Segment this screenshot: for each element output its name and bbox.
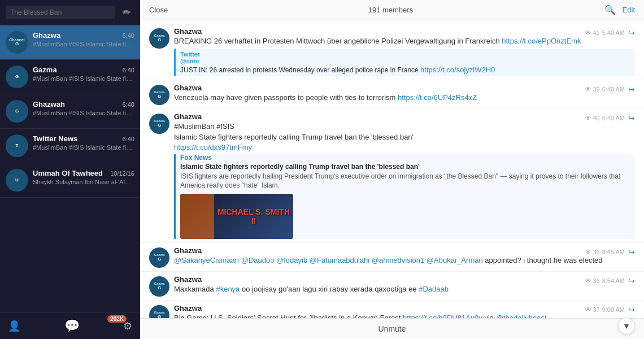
sidebar-header: ✏ <box>0 0 140 25</box>
msg-content: Ghazwa Maxkamada #kenya oo joojisay go'a… <box>174 275 635 294</box>
message-divider <box>140 242 644 243</box>
chat-time: 6:40 <box>123 67 134 73</box>
msg-content: Ghazwa #MuslimBan #ISISIslamic State fig… <box>174 112 635 239</box>
msg-avatar: Gazwa G <box>149 305 169 318</box>
chat-preview: #MuslimBan #ISIS Islamic State fighters … <box>33 144 134 151</box>
sidebar-bottom-bar: 👤 💬 202K ⚙ <box>0 312 140 339</box>
unmute-button[interactable]: Unmute <box>378 324 406 333</box>
msg-meta: 👁 37 9:00 AM ↪ <box>585 305 635 314</box>
eye-icon: 👁 <box>585 85 591 93</box>
chat-preview: #MuslimBan #ISIS Islamic State fighters … <box>33 110 134 116</box>
members-count: 191 members <box>177 6 604 14</box>
avatar-label: T <box>16 144 19 149</box>
forward-icon[interactable]: ↪ <box>628 276 635 285</box>
message-row: Gazwa G Ghazwa @SakariyeCismaan @Daudoo … <box>140 244 644 270</box>
fox-body: ISIS fighters are reportedly hailing Pre… <box>180 172 635 191</box>
chat-item-ghazwah[interactable]: G Ghazwah 6:40 #MuslimBan #ISIS Islamic … <box>0 94 140 129</box>
chat-info: Ghazwa 6:40 #MuslimBan #ISIS Islamic Sta… <box>33 31 134 47</box>
avatar-label: G <box>15 75 19 80</box>
fox-source: Fox News <box>180 154 635 162</box>
msg-time: 9:00 AM <box>602 306 625 313</box>
msg-text: Maxkamada #kenya oo joojisay go'aan lagu… <box>174 284 635 294</box>
msg-meta: 👁 41 5:40 AM ↪ <box>585 28 635 37</box>
msg-sender: Ghazwa <box>174 246 202 255</box>
message-row: Gazwa G Ghazwa Maxkamada #kenya oo jooji… <box>140 273 644 299</box>
forward-icon[interactable]: ↪ <box>628 305 635 314</box>
msg-link[interactable]: https://t.co/dxs97tmFmy <box>174 143 252 151</box>
search-icon[interactable]: 🔍 <box>604 5 616 15</box>
chat-info: Gazma 6:40 #MuslimBan #ISIS Islamic Stat… <box>33 66 134 82</box>
forward-icon[interactable]: ↪ <box>628 85 635 94</box>
eye-icon: 👁 <box>585 29 591 37</box>
chat-item-ghazwa1[interactable]: Channel G Ghazwa 6:40 #MuslimBan #ISIS I… <box>0 25 140 60</box>
msg-meta: 👁 36 8:54 AM ↪ <box>585 276 635 285</box>
avatar-label: G <box>15 109 19 114</box>
msg-avatar: Gazwa G <box>149 247 169 268</box>
msg-views: 👁 37 <box>585 306 599 314</box>
msg-content: Ghazwa Big Game: U.S. Soldiers' Secret H… <box>174 304 635 318</box>
chat-preview: #MuslimBan #ISIS Islamic State fighters … <box>33 75 134 82</box>
message-row: Gazwa G Ghazwa #MuslimBan #ISISIslamic S… <box>140 110 644 241</box>
msg-avatar: Gazwa G <box>149 114 169 134</box>
msg-views: 👁 36 <box>585 277 599 285</box>
msg-time: 8:54 AM <box>602 277 625 284</box>
msg-text: Venezuela may have given passports to pe… <box>174 93 635 103</box>
msg-avatar: Gazwa G <box>149 276 169 297</box>
msg-meta: 👁 39 6:40 AM ↪ <box>585 85 635 94</box>
search-input[interactable] <box>6 6 115 19</box>
msg-text: Big Game: U.S. Soldiers' Secret Hunt for… <box>174 313 635 318</box>
message-row: Gazwa G Ghazwa Venezuela may have given … <box>140 81 644 107</box>
msg-sender: Ghazwa <box>174 112 202 121</box>
chat-info: Ummah Of Tawheed 10/12/16 Shaykh Sulaymā… <box>33 169 134 186</box>
chat-avatar: U <box>6 169 28 192</box>
msg-views: 👁 40 <box>585 114 599 122</box>
messages-container: Gazwa G Ghazwa BREAKING 26 verhaftet in … <box>140 20 644 318</box>
fox-image: MICHAEL S. SMITH II <box>180 194 293 239</box>
msg-views: 👁 39 <box>585 85 599 93</box>
avatar-initials: Gazwa G <box>154 90 164 99</box>
edit-button[interactable]: Edit <box>623 6 635 14</box>
twitter-link[interactable]: https://t.co/sojyzlW2H0 <box>420 66 495 74</box>
via-link[interactable]: @thedailybeast <box>496 314 547 318</box>
msg-meta: 👁 40 6:40 AM ↪ <box>585 114 635 123</box>
chat-item-ummah-tawheed[interactable]: U Ummah Of Tawheed 10/12/16 Shaykh Sulay… <box>0 163 140 198</box>
scroll-down-button[interactable]: ▼ <box>618 318 635 334</box>
avatar-label: Channel G <box>9 38 25 47</box>
msg-link[interactable]: https://t.co/6UP4zRs4xZ <box>398 93 477 102</box>
chat-item-gazma[interactable]: G Gazma 6:40 #MuslimBan #ISIS Islamic St… <box>0 60 140 94</box>
fox-title: Islamic State fighters reportedly callin… <box>180 163 635 171</box>
chat-name: Ghazwah <box>33 100 65 108</box>
messages-icon: 💬 <box>64 319 80 333</box>
compose-button[interactable]: ✏ <box>119 5 134 20</box>
msg-sender: Ghazwa <box>174 27 202 36</box>
msg-subtext: Islamic State fighters reportedly callin… <box>174 132 635 142</box>
msg-content: Ghazwa @SakariyeCismaan @Daudoo @fqdayib… <box>174 246 635 266</box>
twitter-text: JUST IN: 26 arrested in protests Wednesd… <box>180 66 630 74</box>
msg-views: 👁 41 <box>585 29 599 37</box>
forward-icon[interactable]: ↪ <box>628 114 635 123</box>
forward-icon[interactable]: ↪ <box>628 28 635 37</box>
view-count: 36 <box>593 277 599 284</box>
messages-badge-button[interactable]: 💬 202K <box>20 319 123 333</box>
message-divider <box>140 80 644 80</box>
main-chat: Close 191 members 🔍 Edit Gazwa G Ghazwa … <box>140 0 644 339</box>
msg-sender: Ghazwa <box>174 304 202 312</box>
msg-link[interactable]: https://t.co/h9DU81Au0y <box>403 314 482 318</box>
badge-count: 202K <box>107 315 127 323</box>
msg-sender: Ghazwa <box>174 84 202 92</box>
msg-text: #MuslimBan #ISIS <box>174 121 635 132</box>
forward-icon[interactable]: ↪ <box>628 247 635 257</box>
msg-avatar: Gazwa G <box>149 85 169 105</box>
chat-name: Twitter News <box>33 134 77 143</box>
profile-icon[interactable]: 👤 <box>8 320 20 332</box>
chat-name: Ummah Of Tawheed <box>33 169 103 177</box>
chat-footer: Unmute ▼ <box>140 318 644 339</box>
chat-name: Ghazwa <box>33 31 60 40</box>
view-count: 39 <box>593 86 599 93</box>
msg-link[interactable]: https://t.co/ePpOnztEmk <box>502 37 581 45</box>
avatar-initials: Gazwa G <box>154 119 164 128</box>
chat-item-twitter-news[interactable]: T Twitter News 6:40 #MuslimBan #ISIS Isl… <box>0 129 140 163</box>
msg-time: 8:45 AM <box>602 249 625 255</box>
close-button[interactable]: Close <box>149 6 168 14</box>
msg-time: 6:40 AM <box>602 115 625 121</box>
